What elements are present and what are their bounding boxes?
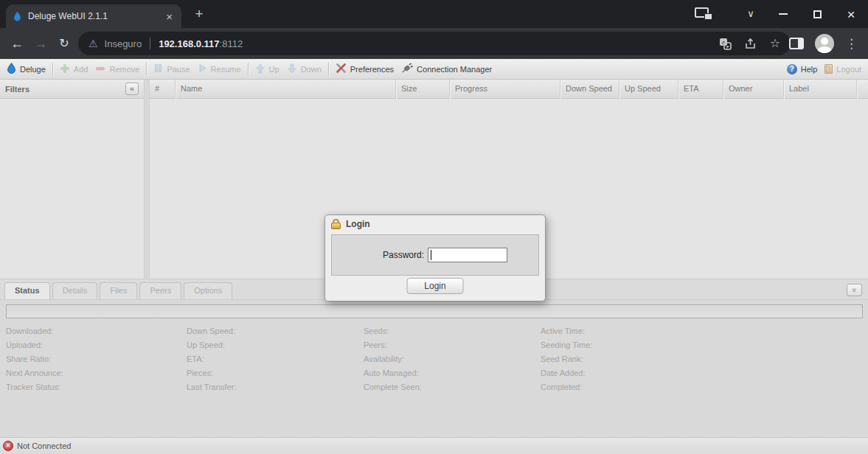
filters-panel: Filters « xyxy=(0,80,144,279)
toolbar-connection-manager-button[interactable]: Connection Manager xyxy=(397,60,496,78)
tab-details[interactable]: Details xyxy=(52,282,98,299)
tab-search-chevron-icon[interactable]: ∨ xyxy=(742,6,760,22)
browser-window: Deluge WebUI 2.1.1 × + ∨ × ← → ↻ ⚠ Inseg… xyxy=(0,0,868,454)
column-header-name[interactable]: Name xyxy=(176,80,396,99)
login-form: Password: xyxy=(331,234,539,276)
toolbar-resume-button[interactable]: Resume xyxy=(194,60,245,78)
filters-collapse-button[interactable]: « xyxy=(125,83,139,95)
help-icon: ? xyxy=(787,64,797,74)
preferences-tools-icon xyxy=(336,63,347,75)
lock-icon xyxy=(331,219,341,229)
status-label: Date Added: xyxy=(541,366,592,380)
status-label: Complete Seen: xyxy=(364,380,422,394)
profile-avatar[interactable] xyxy=(815,34,834,53)
toolbar-help-button[interactable]: ? Help xyxy=(783,60,822,78)
connection-statusbar: ✕ Not Connected xyxy=(0,437,868,454)
status-label: Seeds: xyxy=(364,324,422,338)
share-icon[interactable] xyxy=(744,38,757,49)
toolbar-add-button[interactable]: Add xyxy=(56,60,92,78)
toolbar-logout-label: Logout xyxy=(836,65,861,74)
column-header-up-speed[interactable]: Up Speed xyxy=(619,80,678,99)
not-secure-warning-icon: ⚠ xyxy=(88,38,98,49)
status-label: Pieces: xyxy=(187,366,236,380)
toolbar-down-button[interactable]: Down xyxy=(283,60,325,78)
toolbar-resume-label: Resume xyxy=(211,65,241,74)
browser-navbar: ← → ↻ ⚠ Inseguro 192.168.0.117 :8112 a ☆ xyxy=(0,28,868,59)
pause-icon xyxy=(153,63,163,74)
forward-button[interactable]: → xyxy=(31,34,50,53)
avatar-body xyxy=(817,46,832,53)
tab-title: Deluge WebUI 2.1.1 xyxy=(28,11,164,21)
tab-close-icon[interactable]: × xyxy=(164,11,174,22)
column-header-size[interactable]: Size xyxy=(396,80,450,99)
new-tab-button[interactable]: + xyxy=(190,6,208,24)
remove-icon xyxy=(95,63,105,75)
tab-peers[interactable]: Peers xyxy=(139,282,181,299)
maximize-button[interactable] xyxy=(800,0,834,28)
deluge-toolbar: Deluge Add Remove Pause xyxy=(0,59,868,80)
toolbar-remove-button[interactable]: Remove xyxy=(91,60,143,78)
login-dialog-titlebar[interactable]: Login xyxy=(325,215,545,233)
toolbar-up-button[interactable]: Up xyxy=(251,60,283,78)
status-label: Up Speed: xyxy=(187,338,236,352)
back-button[interactable]: ← xyxy=(7,34,27,53)
column-header-eta[interactable]: ETA xyxy=(678,80,723,99)
queue-down-icon xyxy=(287,63,297,75)
details-collapse-button[interactable]: » xyxy=(847,284,862,296)
status-label: Seed Rank: xyxy=(541,352,592,366)
translate-icon[interactable]: a xyxy=(719,38,732,50)
status-label: Downloaded: xyxy=(6,324,63,338)
browser-tab-deluge[interactable]: Deluge WebUI 2.1.1 × xyxy=(6,4,181,28)
toolbar-add-label: Add xyxy=(74,65,88,74)
toolbar-connection-manager-label: Connection Manager xyxy=(417,65,492,74)
browser-menu-icon[interactable]: ⋮ xyxy=(845,38,858,50)
details-panel: Status Details Files Peers Options » Dow… xyxy=(0,279,868,437)
add-icon xyxy=(60,63,70,75)
login-button[interactable]: Login xyxy=(407,278,464,294)
close-button[interactable]: × xyxy=(834,0,868,28)
toolbar-logout-button[interactable]: Logout xyxy=(821,60,865,78)
deluge-drop-icon xyxy=(7,63,16,75)
login-dialog: Login Password: Login xyxy=(324,214,546,301)
address-bar[interactable]: ⚠ Inseguro 192.168.0.117 :8112 a ☆ xyxy=(78,32,791,55)
column-header-number[interactable]: # xyxy=(150,80,176,99)
tab-capture-icon[interactable] xyxy=(695,7,712,20)
queue-up-icon xyxy=(255,63,265,75)
tab-status[interactable]: Status xyxy=(4,282,50,299)
logout-door-icon xyxy=(824,64,833,74)
status-label: Last Transfer: xyxy=(187,380,236,394)
toolbar-pause-button[interactable]: Pause xyxy=(150,60,193,78)
security-label[interactable]: Inseguro xyxy=(105,38,142,49)
reload-button[interactable]: ↻ xyxy=(55,34,74,53)
toolbar-preferences-button[interactable]: Preferences xyxy=(332,60,397,78)
column-header-filler xyxy=(857,80,868,99)
toolbar-up-label: Up xyxy=(269,65,280,74)
password-label: Password: xyxy=(332,250,428,260)
status-label: ETA: xyxy=(187,352,236,366)
column-header-owner[interactable]: Owner xyxy=(723,80,784,99)
column-header-label[interactable]: Label xyxy=(784,80,857,99)
tab-options[interactable]: Options xyxy=(184,282,232,299)
minimize-button[interactable] xyxy=(766,0,800,28)
chevron-down-icon: » xyxy=(849,287,860,292)
bookmark-star-icon[interactable]: ☆ xyxy=(770,38,780,49)
side-panel-icon[interactable] xyxy=(789,38,804,49)
toolbar-pause-label: Pause xyxy=(167,65,190,74)
password-input[interactable] xyxy=(428,248,507,262)
status-label: Peers: xyxy=(364,338,422,352)
toolbar-deluge-label: Deluge xyxy=(20,65,46,74)
status-label: Next Announce: xyxy=(6,366,63,380)
address-separator xyxy=(150,38,150,49)
filters-body xyxy=(0,99,144,279)
status-label: Availability: xyxy=(364,352,422,366)
panel-splitter[interactable] xyxy=(144,80,150,279)
resume-icon xyxy=(198,63,207,74)
toolbar-deluge-button[interactable]: Deluge xyxy=(3,60,49,78)
column-header-down-speed[interactable]: Down Speed xyxy=(560,80,619,99)
status-label: Down Speed: xyxy=(187,324,236,338)
status-label: Share Ratio: xyxy=(6,352,63,366)
tab-files[interactable]: Files xyxy=(100,282,137,299)
column-header-progress[interactable]: Progress xyxy=(450,80,560,99)
status-label: Auto Managed: xyxy=(364,366,422,380)
browser-tabstrip: Deluge WebUI 2.1.1 × + ∨ × xyxy=(0,0,868,28)
